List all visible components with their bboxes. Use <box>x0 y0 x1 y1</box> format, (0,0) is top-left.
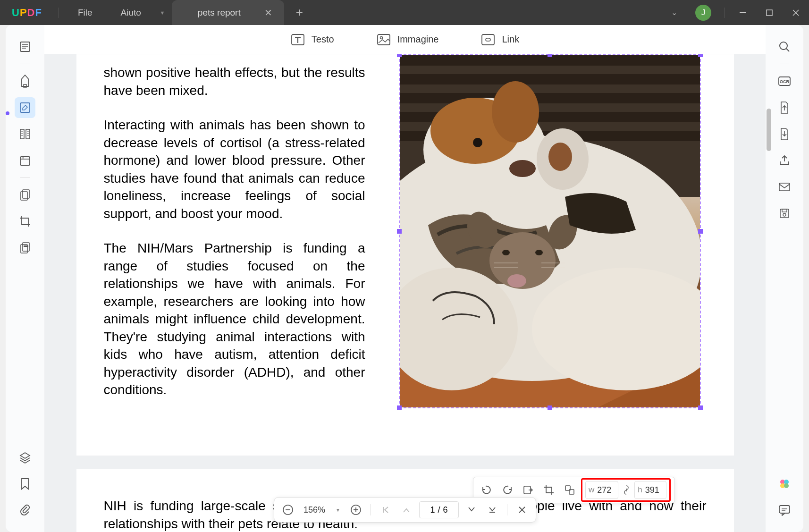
left-sidebar <box>6 25 44 532</box>
svg-rect-52 <box>782 209 787 212</box>
tool-image[interactable]: Immagine <box>377 34 439 46</box>
document-page: shown positive health effects, but the r… <box>76 54 734 456</box>
resize-handle[interactable] <box>397 229 402 234</box>
width-value: 272 <box>597 485 615 495</box>
width-label: w <box>589 485 594 495</box>
organize-mode-icon[interactable] <box>15 124 35 144</box>
navigation-bar: 156% ▼ 1 / 6 <box>274 497 536 523</box>
page-separator: / <box>438 505 440 515</box>
first-page-button[interactable] <box>378 502 394 518</box>
user-avatar[interactable]: J <box>695 5 711 21</box>
svg-rect-21 <box>400 74 700 84</box>
svg-rect-1 <box>767 10 772 16</box>
center-area: Testo Immagine Link shown positive healt… <box>44 25 766 532</box>
titlebar: UPDF File Aiuto ▼ pets report ✕ + ⌄ J <box>0 0 809 25</box>
svg-rect-58 <box>779 506 790 513</box>
svg-rect-3 <box>24 84 26 87</box>
scrollbar-thumb[interactable] <box>767 109 771 151</box>
svg-point-47 <box>780 42 787 50</box>
svg-rect-11 <box>23 190 29 198</box>
paragraph[interactable]: shown positive health effects, but the r… <box>104 64 365 99</box>
resize-handle[interactable] <box>698 54 703 57</box>
email-icon[interactable] <box>774 177 795 197</box>
height-value: 391 <box>645 485 663 495</box>
attachment-icon[interactable] <box>15 500 35 521</box>
edit-toolbar: Testo Immagine Link <box>44 25 766 54</box>
svg-text:OCR: OCR <box>780 79 790 84</box>
zoom-out-button[interactable] <box>280 502 296 518</box>
total-pages: 6 <box>443 505 447 515</box>
extract-image-icon[interactable] <box>519 481 538 499</box>
zoom-in-button[interactable] <box>348 502 364 518</box>
share-icon[interactable] <box>774 150 795 171</box>
width-field[interactable]: w 272 <box>585 481 618 499</box>
window-close-button[interactable] <box>783 0 809 25</box>
embedded-image[interactable] <box>400 55 700 407</box>
resize-handle[interactable] <box>548 405 552 410</box>
resize-handle[interactable] <box>698 229 703 234</box>
image-tool-icon <box>377 34 391 46</box>
download-icon[interactable] <box>774 124 795 144</box>
current-page: 1 <box>430 505 435 515</box>
comment-mode-icon[interactable] <box>15 71 35 92</box>
window-maximize-button[interactable] <box>756 0 783 25</box>
document-viewport[interactable]: shown positive health effects, but the r… <box>44 54 766 532</box>
svg-point-31 <box>548 143 572 171</box>
layers-icon[interactable] <box>15 447 35 468</box>
height-field[interactable]: h 391 <box>634 481 666 499</box>
crop-image-icon[interactable] <box>539 481 558 499</box>
menu-file[interactable]: File <box>64 8 107 18</box>
save-icon[interactable] <box>774 203 795 224</box>
search-icon[interactable] <box>774 36 795 57</box>
prev-page-button[interactable] <box>398 502 414 518</box>
resize-handle[interactable] <box>548 54 552 57</box>
pages-tool-icon[interactable] <box>15 185 35 205</box>
selected-image-frame[interactable] <box>399 54 701 408</box>
svg-point-29 <box>492 81 539 143</box>
svg-point-36 <box>502 250 510 255</box>
chat-icon[interactable] <box>774 500 795 521</box>
next-page-button[interactable] <box>463 502 480 518</box>
tool-text[interactable]: Testo <box>291 34 334 46</box>
tab-close-icon[interactable]: ✕ <box>264 7 272 18</box>
paragraph[interactable]: The NIH/Mars Partnership is funding a ra… <box>104 239 365 399</box>
page-input[interactable]: 1 / 6 <box>419 501 459 518</box>
edit-mode-icon[interactable] <box>15 97 35 118</box>
right-sidebar: OCR <box>766 25 803 532</box>
bookmark-icon[interactable] <box>15 473 35 494</box>
menu-dropdown[interactable]: ▼ <box>155 10 169 16</box>
replace-image-icon[interactable] <box>560 481 579 499</box>
link-dimensions-icon[interactable] <box>621 485 632 495</box>
svg-rect-2 <box>20 42 30 51</box>
resize-handle[interactable] <box>397 54 402 57</box>
document-tab[interactable]: pets report ✕ <box>172 0 284 25</box>
tool-link[interactable]: Link <box>481 34 519 46</box>
reader-mode-icon[interactable] <box>15 36 35 57</box>
chevron-down-icon[interactable]: ⌄ <box>662 8 687 17</box>
new-tab-button[interactable]: + <box>284 5 315 20</box>
last-page-button[interactable] <box>484 502 500 518</box>
svg-rect-0 <box>740 12 746 13</box>
form-mode-icon[interactable] <box>15 150 35 171</box>
rotate-left-icon[interactable] <box>477 481 496 499</box>
app-body: Testo Immagine Link shown positive healt… <box>6 25 803 532</box>
rotate-right-icon[interactable] <box>498 481 517 499</box>
crop-tool-icon[interactable] <box>15 211 35 232</box>
svg-rect-5 <box>20 129 24 139</box>
menu-help[interactable]: Aiuto <box>107 8 155 18</box>
svg-point-37 <box>535 250 543 255</box>
ocr-icon[interactable]: OCR <box>774 71 795 92</box>
resize-handle[interactable] <box>698 405 703 410</box>
window-minimize-button[interactable] <box>730 0 756 25</box>
svg-rect-22 <box>400 93 700 103</box>
zoom-dropdown[interactable]: ▼ <box>333 507 343 513</box>
ai-icon[interactable] <box>774 473 795 494</box>
redact-tool-icon[interactable] <box>15 237 35 258</box>
svg-rect-50 <box>779 183 790 191</box>
tool-text-label: Testo <box>312 34 334 45</box>
svg-point-57 <box>784 483 789 488</box>
convert-icon[interactable] <box>774 97 795 118</box>
paragraph[interactable]: Interacting with animals has been shown … <box>104 116 365 222</box>
close-nav-button[interactable] <box>514 502 530 518</box>
resize-handle[interactable] <box>397 405 402 410</box>
